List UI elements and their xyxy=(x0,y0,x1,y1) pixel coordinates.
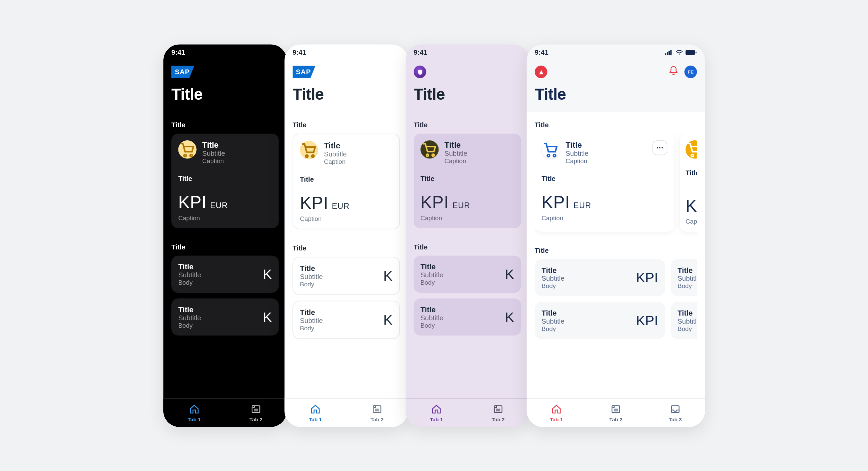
cart-icon xyxy=(421,140,438,159)
list-icon xyxy=(372,404,382,415)
signal-icon xyxy=(665,49,673,55)
list-item-subtitle: Subtitle xyxy=(541,317,564,325)
phone-screen-dark: 9:41SAPTitleTitleTitleSubtitleCaptionTit… xyxy=(163,44,287,427)
kpi-card[interactable]: TitleSubtitleCaptionTitleKPIEURCaption xyxy=(292,133,400,229)
kpi-card[interactable]: TitleSubtitleCaptionTitleKPIEURCaption xyxy=(171,133,279,228)
list-item[interactable]: TitleSubtitleBodyK xyxy=(413,256,521,293)
tab-1[interactable]: Tab 1 xyxy=(309,404,321,422)
notifications-icon[interactable] xyxy=(669,65,679,78)
list-item-subtitle: Subtitle xyxy=(421,313,443,322)
logo-row: FE xyxy=(535,64,697,80)
kpi-value: KPIEUR xyxy=(421,193,514,212)
tab-label: Tab 1 xyxy=(309,416,321,422)
list-item-kpi: K xyxy=(262,309,272,325)
status-bar: 9:41 xyxy=(527,44,705,60)
list-item[interactable]: TitleSubtitleBodyK xyxy=(171,298,279,336)
svg-rect-15 xyxy=(665,53,666,55)
tab-2[interactable]: Tab 2 xyxy=(249,404,262,422)
list-item[interactable]: TitleSubtitleBodyKPI xyxy=(535,259,665,296)
page-title: Title xyxy=(413,85,521,103)
list-row[interactable]: TitleSubtitleBodyKPITitleSubtitleBodyK xyxy=(535,302,697,339)
page-header: Title xyxy=(406,60,529,112)
tab-2[interactable]: Tab 2 xyxy=(609,404,622,422)
card-subtitle: Subtitle xyxy=(565,149,588,158)
phone-screen-red: 9:41FETitleTitleTitleSubtitleCaptionTitl… xyxy=(527,44,705,427)
content-body: TitleTitleSubtitleCaptionTitleKPIEURCapt… xyxy=(284,112,408,398)
svg-point-25 xyxy=(659,147,660,148)
svg-point-1 xyxy=(190,155,192,157)
kpi-unit: EUR xyxy=(210,201,228,210)
section-title: Title xyxy=(413,121,521,129)
kpi-label: Title xyxy=(421,175,514,182)
kpi-card-peek[interactable]: TitleKCaption xyxy=(680,133,697,231)
list-item-body: Body xyxy=(421,279,443,286)
list-item-body: Body xyxy=(178,279,201,286)
list-item[interactable]: TitleSubtitleBodyK xyxy=(413,298,521,336)
kpi-unit: EUR xyxy=(332,201,349,210)
list-item-kpi: K xyxy=(505,266,514,282)
card-carousel[interactable]: TitleSubtitleCaptionTitleKPIEURCaption xyxy=(171,133,279,235)
list-item-body: Body xyxy=(541,282,564,289)
list-item[interactable]: TitleSubtitleBodyK xyxy=(292,257,400,295)
kpi-caption: Caption xyxy=(541,214,667,221)
list-item[interactable]: TitleSubtitleBodyK xyxy=(671,302,696,339)
sap-logo[interactable]: SAP xyxy=(292,65,315,78)
card-subtitle: Subtitle xyxy=(444,149,467,158)
tab-3[interactable]: Tab 3 xyxy=(669,404,682,422)
card-carousel[interactable]: TitleSubtitleCaptionTitleKPIEURCaption xyxy=(292,133,400,236)
kpi-card[interactable]: TitleSubtitleCaptionTitleKPIEURCaption xyxy=(535,133,674,231)
list-item[interactable]: TitleSubtitleBodyKPI xyxy=(535,302,665,339)
list-row[interactable]: TitleSubtitleBodyKPITitleSubtitleBodyK xyxy=(535,259,697,296)
list-item-body: Body xyxy=(300,325,322,331)
brand-logo-icon[interactable] xyxy=(413,65,426,78)
list-item-kpi: K xyxy=(262,266,272,282)
kpi-card[interactable]: TitleSubtitleCaptionTitleKPIEURCaption xyxy=(413,133,521,228)
list-icon xyxy=(251,404,261,415)
tab-label: Tab 3 xyxy=(669,416,682,422)
tab-label: Tab 1 xyxy=(550,416,563,422)
list-item-title: Title xyxy=(300,264,322,273)
list-item-kpi: KPI xyxy=(636,312,658,328)
logo-row: SAP xyxy=(292,64,400,80)
card-caption: Caption xyxy=(444,158,467,164)
list-item[interactable]: TitleSubtitleBodyK xyxy=(671,259,696,296)
home-icon xyxy=(310,404,320,415)
sap-logo[interactable]: SAP xyxy=(171,65,194,78)
tab-1[interactable]: Tab 1 xyxy=(187,404,200,422)
list-item-subtitle: Subtitle xyxy=(678,274,697,282)
list-item-body: Body xyxy=(678,325,697,332)
page-title: Title xyxy=(171,85,279,103)
list-item-body: Body xyxy=(421,322,443,328)
cart-icon xyxy=(300,141,318,159)
list-item[interactable]: TitleSubtitleBodyK xyxy=(171,256,279,293)
section-title: Title xyxy=(535,246,697,255)
logo-row xyxy=(413,64,521,80)
list-item-title: Title xyxy=(541,308,564,317)
more-button[interactable] xyxy=(652,140,667,155)
tab-label: Tab 2 xyxy=(491,416,504,422)
avatar[interactable]: FE xyxy=(684,65,696,78)
tab-1[interactable]: Tab 1 xyxy=(550,404,563,422)
card-caption: Caption xyxy=(323,158,346,165)
list-item-title: Title xyxy=(178,305,201,314)
list-item[interactable]: TitleSubtitleBodyK xyxy=(292,300,400,339)
list-item-title: Title xyxy=(541,266,564,275)
wifi-icon xyxy=(675,49,683,55)
card-carousel[interactable]: TitleSubtitleCaptionTitleKPIEURCaptionTi… xyxy=(535,133,697,238)
svg-point-10 xyxy=(426,154,428,156)
tab-1[interactable]: Tab 1 xyxy=(430,404,443,422)
card-carousel[interactable]: TitleSubtitleCaptionTitleKPIEURCaption xyxy=(413,133,521,235)
status-bar: 9:41 xyxy=(406,44,529,60)
tab-2[interactable]: Tab 2 xyxy=(491,404,504,422)
status-time: 9:41 xyxy=(171,48,185,57)
list-icon xyxy=(611,404,621,415)
list-item-subtitle: Subtitle xyxy=(541,274,564,282)
card-title: Title xyxy=(323,141,346,150)
list-item-kpi: K xyxy=(505,309,514,325)
section-title: Title xyxy=(292,244,400,252)
list-item-subtitle: Subtitle xyxy=(300,273,322,281)
kpi-value-text: K xyxy=(685,196,697,215)
tab-2[interactable]: Tab 2 xyxy=(370,404,383,422)
list-item-subtitle: Subtitle xyxy=(421,271,443,279)
brand-logo-icon[interactable] xyxy=(535,65,547,78)
